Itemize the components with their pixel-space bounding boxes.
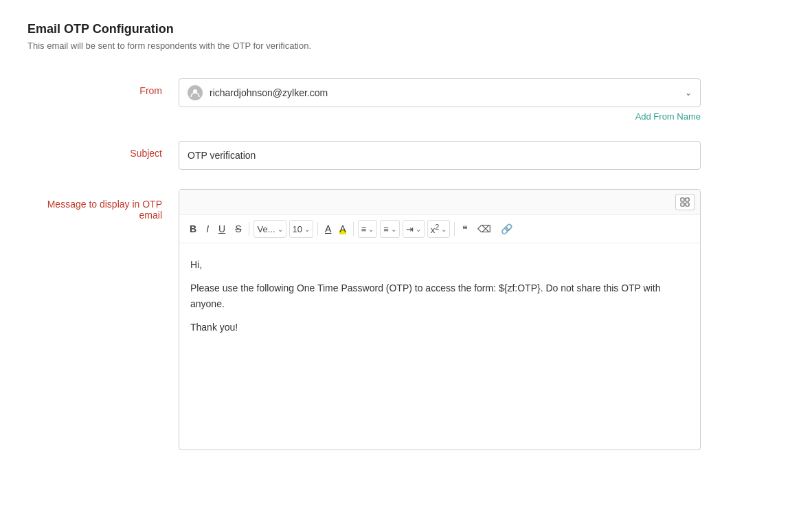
message-row: Message to display in OTP email [27,189,785,450]
editor-top-bar [179,190,700,215]
align-chevron: ⌄ [368,225,374,233]
indent-icon: ⇥ [406,224,414,234]
from-row: From richardjohnson@zylker.com ⌄ Add Fro… [27,78,785,122]
highlight-label: A [339,223,346,234]
message-field: B I U S Ve... ⌄ 10 ⌄ [179,189,701,450]
chevron-down-icon: ⌄ [685,88,692,98]
toolbar-divider-2 [317,222,318,236]
toolbar-divider-1 [249,222,249,236]
quote-button[interactable]: ❝ [459,219,471,239]
superscript-select[interactable]: x2 ⌄ [427,220,451,238]
superscript-chevron: ⌄ [441,225,447,233]
link-button[interactable]: 🔗 [497,219,516,239]
underline-button[interactable]: U [215,219,229,239]
avatar-icon [188,85,203,100]
subject-row: Subject [27,141,785,170]
link-icon: 🔗 [501,223,512,234]
font-size-chevron: ⌄ [304,225,310,233]
subject-input[interactable] [179,141,701,170]
highlight-color-button[interactable]: A [337,222,348,236]
editor-body[interactable]: Hi, Please use the following One Time Pa… [179,243,700,450]
bold-button[interactable]: B [186,219,200,239]
indent-select[interactable]: ⇥ ⌄ [403,220,425,238]
font-color-label: A [325,223,331,234]
add-from-name-link[interactable]: Add From Name [179,111,701,122]
indent-chevron: ⌄ [416,225,421,233]
font-size-select[interactable]: 10 ⌄ [289,220,313,238]
editor-line-3: Thank you! [190,320,689,335]
superscript-label: x2 [431,223,440,235]
list-icon: ≡ [383,224,389,234]
page-title: Email OTP Configuration [27,22,785,36]
align-icon: ≡ [361,224,367,234]
align-select[interactable]: ≡ ⌄ [358,220,378,238]
strikethrough-button[interactable]: S [232,219,245,239]
list-select[interactable]: ≡ ⌄ [380,220,400,238]
email-otp-form: From richardjohnson@zylker.com ⌄ Add Fro… [27,78,785,469]
template-icon-button[interactable] [675,194,695,210]
quote-icon: ❝ [462,223,468,234]
font-family-chevron: ⌄ [278,225,283,233]
clear-format-icon: ⌫ [477,223,491,234]
svg-rect-1 [681,198,684,201]
list-chevron: ⌄ [391,225,396,233]
svg-rect-3 [681,203,684,206]
editor-line-2: Please use the following One Time Passwo… [190,280,689,311]
from-email-value: richardjohnson@zylker.com [210,87,678,98]
page-subtitle: This email will be sent to form responde… [27,41,785,51]
subject-label: Subject [27,141,179,159]
from-field: richardjohnson@zylker.com ⌄ Add From Nam… [179,78,701,122]
toolbar-divider-4 [454,222,455,236]
editor-line-1: Hi, [190,257,689,272]
subject-field [179,141,701,170]
from-dropdown[interactable]: richardjohnson@zylker.com ⌄ [179,78,701,107]
svg-rect-2 [686,198,689,201]
toolbar-divider-3 [353,222,354,236]
clear-format-button[interactable]: ⌫ [474,219,495,239]
svg-rect-4 [686,203,689,206]
italic-button[interactable]: I [203,219,212,239]
editor-toolbar: B I U S Ve... ⌄ 10 ⌄ [179,215,700,243]
from-label: From [27,78,179,96]
rich-text-editor: B I U S Ve... ⌄ 10 ⌄ [179,189,701,450]
font-color-button[interactable]: A [322,222,334,236]
message-label: Message to display in OTP email [27,189,179,221]
font-family-select[interactable]: Ve... ⌄ [253,220,286,238]
